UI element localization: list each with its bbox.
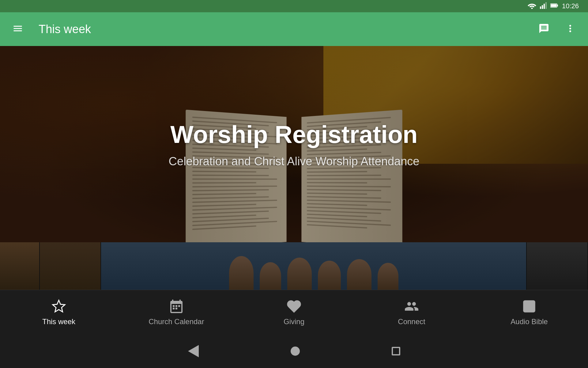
hero-section: Worship Registration Celebration and Chr… bbox=[0, 46, 588, 242]
person-3 bbox=[287, 258, 312, 290]
thumbnail-1[interactable] bbox=[0, 242, 40, 290]
person-4 bbox=[318, 261, 341, 290]
thumbnail-2[interactable] bbox=[40, 242, 101, 290]
calendar-icon bbox=[168, 298, 184, 314]
person-2 bbox=[260, 262, 281, 290]
nav-this-week-label: This week bbox=[42, 317, 75, 326]
bottom-nav: This week Church Calendar Giving bbox=[0, 290, 588, 334]
back-button[interactable] bbox=[188, 345, 199, 357]
menu-button[interactable] bbox=[9, 20, 26, 38]
nav-church-calendar[interactable]: Church Calendar bbox=[118, 294, 235, 331]
hero-content: Worship Registration Celebration and Chr… bbox=[0, 46, 588, 242]
recents-button[interactable] bbox=[392, 347, 400, 355]
status-bar: 10:26 bbox=[0, 0, 588, 12]
star-icon bbox=[51, 298, 67, 314]
page-title: This week bbox=[39, 23, 535, 36]
chat-button[interactable] bbox=[535, 20, 552, 38]
thumbnail-3[interactable] bbox=[101, 242, 527, 290]
svg-rect-9 bbox=[175, 305, 177, 307]
svg-rect-6 bbox=[557, 5, 558, 6]
thumbnail-people bbox=[101, 247, 526, 290]
nav-connect[interactable]: Connect bbox=[353, 294, 470, 331]
person-6 bbox=[378, 263, 398, 290]
nav-audio-bible-label: Audio Bible bbox=[511, 317, 548, 326]
signal-icon bbox=[540, 2, 547, 10]
svg-rect-8 bbox=[173, 305, 175, 307]
svg-rect-4 bbox=[545, 2, 547, 9]
battery-icon bbox=[550, 3, 558, 9]
nav-giving-label: Giving bbox=[284, 317, 304, 326]
person-5 bbox=[347, 259, 371, 290]
svg-rect-11 bbox=[173, 308, 175, 309]
svg-rect-12 bbox=[175, 308, 177, 309]
svg-rect-2 bbox=[542, 5, 543, 9]
nav-giving[interactable]: Giving bbox=[235, 294, 353, 331]
thumbnail-strip bbox=[0, 242, 588, 290]
hero-title: Worship Registration bbox=[170, 121, 417, 149]
thumbnail-4[interactable] bbox=[527, 242, 588, 290]
hero-subtitle: Celebration and Christ Alive Worship Att… bbox=[169, 155, 420, 168]
person-1 bbox=[229, 256, 254, 290]
svg-rect-10 bbox=[178, 305, 180, 307]
app-bar-actions bbox=[535, 20, 579, 38]
more-options-button[interactable] bbox=[562, 20, 579, 38]
svg-rect-3 bbox=[544, 4, 545, 9]
wifi-icon bbox=[528, 2, 536, 10]
home-button[interactable] bbox=[291, 347, 300, 356]
people-icon bbox=[404, 298, 420, 314]
system-nav bbox=[0, 334, 588, 368]
nav-church-calendar-label: Church Calendar bbox=[149, 317, 204, 326]
svg-point-0 bbox=[531, 8, 533, 9]
nav-this-week[interactable]: This week bbox=[0, 294, 118, 331]
status-time: 10:26 bbox=[562, 2, 579, 10]
svg-rect-7 bbox=[551, 4, 556, 7]
bible-icon bbox=[521, 298, 537, 314]
heart-icon bbox=[286, 298, 302, 314]
nav-audio-bible[interactable]: Audio Bible bbox=[470, 294, 588, 331]
svg-rect-1 bbox=[540, 6, 541, 9]
app-bar: This week bbox=[0, 12, 588, 46]
nav-connect-label: Connect bbox=[398, 317, 425, 326]
